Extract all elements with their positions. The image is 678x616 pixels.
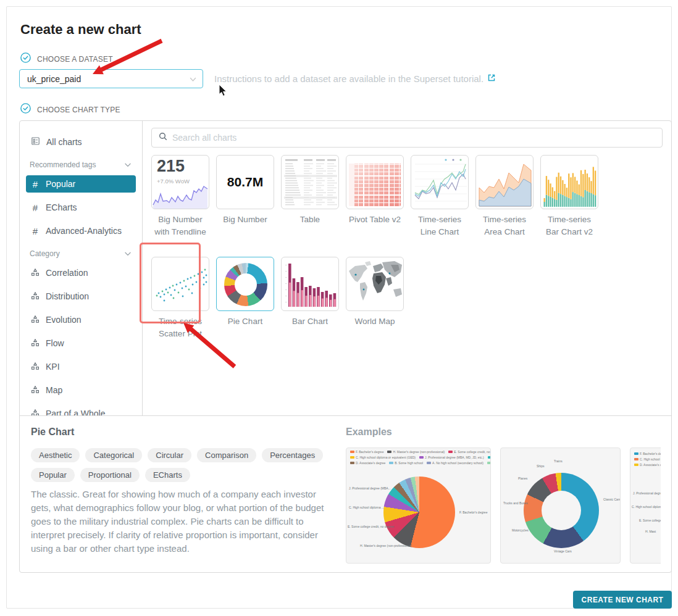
- chart-type-sidebar: All charts Recommended tags # Popular # …: [20, 121, 143, 415]
- chart-type-panel: All charts Recommended tags # Popular # …: [19, 120, 672, 573]
- chevron-down-icon: [125, 252, 131, 256]
- chart-tile-big-number-trendline[interactable]: 215 +7.0% WoW Big Number with Trendline: [151, 155, 209, 241]
- sidebar-item-all-charts[interactable]: All charts: [26, 133, 136, 151]
- area-chart-thumbnail: [475, 155, 534, 209]
- category-icon: [31, 338, 40, 349]
- create-chart-container: Create a new chart CHOOSE A DATASET uk_p…: [6, 6, 672, 609]
- dataset-select-value: uk_price_paid: [27, 74, 190, 84]
- tag-pill: Proportional: [80, 468, 140, 482]
- example-pie-chart: F. Bachelor's degree H. Master's degree …: [346, 447, 491, 564]
- chart-tile-timeseries-area[interactable]: Time-series Area Chart: [475, 155, 534, 241]
- tag-pill: Popular: [31, 468, 75, 482]
- sidebar-item-correlation[interactable]: Correlation: [26, 264, 136, 281]
- chart-type-step-label: CHOOSE CHART TYPE: [37, 106, 120, 114]
- sidebar-item-kpi[interactable]: KPI: [26, 358, 136, 375]
- sidebar-item-map[interactable]: Map: [26, 381, 136, 399]
- search-icon: [159, 132, 167, 143]
- sidebar-item-echarts[interactable]: # ECharts: [26, 199, 136, 216]
- chart-tile-pie[interactable]: Pie Chart: [216, 257, 274, 343]
- chart-tile-bar[interactable]: Bar Chart: [281, 257, 339, 343]
- sidebar-item-flow[interactable]: Flow: [26, 335, 136, 352]
- example-donut-chart: Trains Ships Planes Trucks and Buses Mot…: [500, 447, 621, 564]
- chevron-down-icon: [190, 73, 196, 85]
- tag-pill: Comparison: [197, 448, 256, 462]
- check-circle-icon: [20, 52, 31, 65]
- world-map-thumbnail: [346, 257, 404, 311]
- chart-tile-timeseries-line[interactable]: Time-series Line Chart: [411, 155, 469, 241]
- category-icon: [31, 291, 40, 302]
- sidebar-item-evolution[interactable]: Evolution: [26, 311, 136, 328]
- chart-tile-table[interactable]: Table: [281, 155, 339, 241]
- example-pie-chart-clipped: F. Bachelor's degree C. High school dipl…: [630, 447, 661, 564]
- chevron-down-icon: [125, 163, 131, 167]
- chart-tile-timeseries-bar[interactable]: Time-series Bar Chart v2: [540, 155, 598, 241]
- chart-search: [151, 128, 663, 148]
- pie-graphic: [383, 477, 455, 548]
- category-icon: [31, 268, 40, 278]
- chart-tile-big-number[interactable]: 80.7M Big Number: [216, 155, 274, 241]
- dataset-select[interactable]: uk_price_paid: [19, 69, 203, 88]
- sidebar-item-advanced-analytics[interactable]: # Advanced-Analytics: [26, 222, 136, 239]
- tag-pill: Aesthetic: [31, 448, 80, 462]
- ballot-icon: [31, 136, 40, 148]
- check-circle-icon: [20, 103, 31, 116]
- selected-chart-title: Pie Chart: [31, 427, 74, 438]
- pivot-table-thumbnail: [346, 155, 404, 209]
- chart-tags: Aesthetic Categorical Circular Compariso…: [31, 448, 327, 482]
- tag-pill: Percentages: [262, 448, 323, 462]
- sidebar-section-recommended-tags[interactable]: Recommended tags: [30, 160, 131, 169]
- big-number-thumbnail: 80.7M: [216, 155, 274, 209]
- search-input[interactable]: [172, 133, 655, 143]
- chart-type-step-header: CHOOSE CHART TYPE: [20, 103, 120, 116]
- sidebar-item-popular[interactable]: # Popular: [26, 175, 136, 193]
- chart-details-panel: Pie Chart Aesthetic Categorical Circular…: [20, 415, 671, 573]
- sidebar-item-part-of-a-whole[interactable]: Part of a Whole: [26, 405, 136, 415]
- hash-icon: #: [31, 202, 40, 213]
- category-icon: [31, 409, 40, 416]
- examples-title: Examples: [346, 427, 392, 438]
- bar-chart-thumbnail: [281, 257, 339, 311]
- big-number-trendline-thumbnail: 215 +7.0% WoW: [151, 155, 209, 209]
- create-new-chart-button[interactable]: CREATE NEW CHART: [573, 591, 672, 609]
- chart-tile-pivot-table[interactable]: Pivot Table v2: [346, 155, 404, 241]
- sidebar-item-distribution[interactable]: Distribution: [26, 288, 136, 305]
- chart-description: The classic. Great for showing how much …: [31, 488, 329, 556]
- tag-pill: ECharts: [145, 468, 190, 482]
- chart-tile-timeseries-scatter[interactable]: Time-series Scatter Plot: [151, 257, 209, 343]
- tag-pill: Circular: [148, 448, 191, 462]
- line-chart-thumbnail: [411, 155, 469, 209]
- category-icon: [31, 362, 40, 372]
- chart-tile-world-map[interactable]: World Map: [346, 257, 404, 343]
- sidebar-section-category[interactable]: Category: [30, 249, 131, 258]
- pie-chart-thumbnail: [216, 257, 274, 311]
- hash-icon: #: [31, 179, 40, 189]
- dataset-step-header: CHOOSE A DATASET: [20, 52, 113, 65]
- bar-chart-v2-thumbnail: [540, 155, 598, 209]
- donut-graphic: [224, 263, 267, 306]
- external-link-icon[interactable]: [487, 73, 496, 84]
- chart-gallery: 215 +7.0% WoW Big Number with Trendline …: [143, 121, 671, 415]
- page-title: Create a new chart: [20, 22, 141, 38]
- category-icon: [31, 385, 40, 396]
- tag-pill: Categorical: [85, 448, 142, 462]
- table-thumbnail: [281, 155, 339, 209]
- dataset-instructions: Instructions to add a dataset are availa…: [214, 73, 496, 84]
- donut-graphic: [524, 473, 599, 548]
- examples-row: F. Bachelor's degree H. Master's degree …: [346, 447, 661, 565]
- scatter-plot-thumbnail: [151, 257, 209, 311]
- hash-icon: #: [31, 226, 40, 236]
- dataset-step-label: CHOOSE A DATASET: [37, 55, 113, 64]
- category-icon: [31, 315, 40, 325]
